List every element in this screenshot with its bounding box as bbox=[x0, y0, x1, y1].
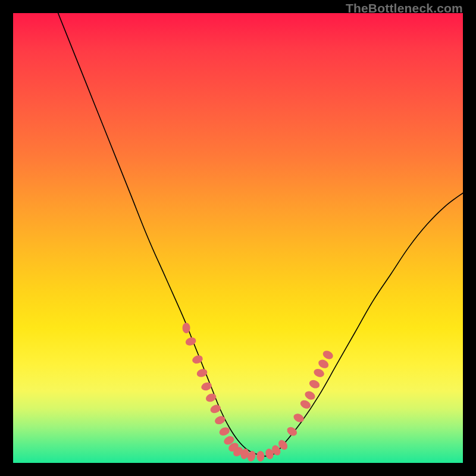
curve-marker bbox=[256, 451, 264, 462]
curve-marker bbox=[308, 378, 321, 390]
curve-marker bbox=[209, 403, 222, 415]
chart-svg bbox=[13, 13, 463, 463]
curve-marker bbox=[205, 392, 218, 403]
curve-marker bbox=[200, 381, 212, 392]
chart-stage: TheBottleneck.com bbox=[0, 0, 476, 476]
curve-marker bbox=[286, 425, 299, 438]
curve-marker bbox=[303, 390, 317, 402]
curve-marker bbox=[183, 322, 190, 333]
plot-area bbox=[13, 13, 463, 463]
bottleneck-curve bbox=[58, 13, 463, 456]
marker-group bbox=[183, 322, 335, 462]
curve-marker bbox=[299, 399, 312, 411]
curve-marker bbox=[196, 368, 208, 378]
curve-marker bbox=[214, 415, 227, 426]
curve-marker bbox=[312, 367, 325, 378]
curve-marker bbox=[317, 358, 330, 370]
watermark-text: TheBottleneck.com bbox=[346, 1, 463, 15]
curve-marker bbox=[292, 412, 305, 424]
curve-marker bbox=[184, 336, 197, 347]
curve-marker bbox=[321, 349, 334, 361]
